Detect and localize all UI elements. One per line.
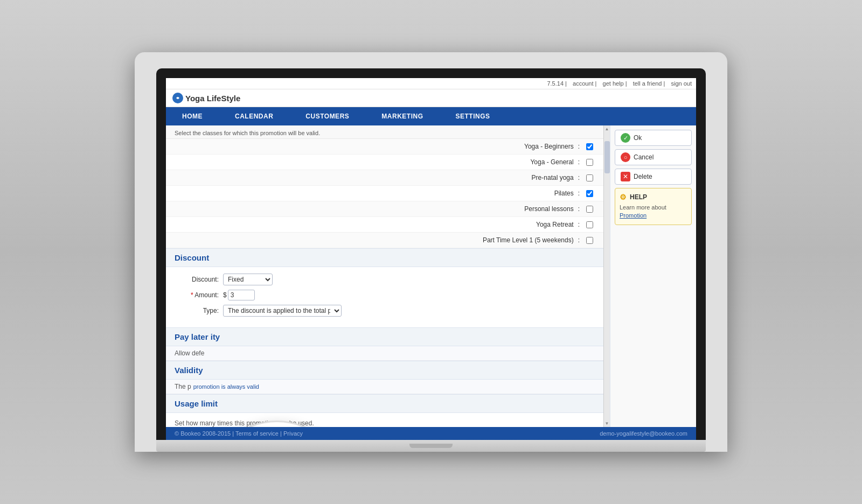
logo-yoga: Yoga: [185, 94, 207, 103]
cancel-icon: ○: [621, 152, 630, 162]
class-checkbox-parttime[interactable]: [584, 235, 595, 246]
type-row: Type: The discount is applied to the tot…: [175, 305, 595, 317]
version-label: 7.5.14: [547, 80, 564, 87]
class-label-prenatal: Pre-natal yoga: [175, 174, 578, 181]
class-row-yoga-beginners: Yoga - Beginners :: [166, 139, 603, 155]
class-row-prenatal: Pre-natal yoga :: [166, 170, 603, 186]
class-label-personal: Personal lessons: [175, 205, 578, 213]
paylater-section-header: Pay later ity: [166, 327, 603, 346]
laptop-notch: [409, 444, 453, 448]
ok-button[interactable]: ✓ Ok: [615, 130, 692, 146]
cancel-label: Cancel: [634, 153, 654, 161]
ok-label: Ok: [634, 134, 642, 142]
amount-label: Amount:: [175, 291, 223, 299]
paylater-row: Allow defe: [166, 346, 603, 361]
logo: Yoga LifeStyle: [172, 93, 240, 103]
main-nav: HOME CALENDAR CUSTOMERS MARKETING SETTIN…: [166, 107, 696, 125]
signout-link[interactable]: sign out: [671, 80, 692, 87]
nav-marketing[interactable]: MARKETING: [365, 107, 439, 125]
usage-section-header: Usage limit: [166, 394, 603, 413]
ok-icon: ✓: [621, 133, 630, 143]
class-checkbox-pilates[interactable]: [584, 188, 595, 199]
sidebar: ✓ Ok ○ Cancel ✕ Delete ⚙ HELP: [610, 125, 696, 427]
type-label: Type:: [175, 307, 223, 314]
discount-label: Discount:: [175, 276, 223, 283]
help-body-text: Learn more about Promotion: [620, 204, 687, 220]
currency-symbol: $: [223, 291, 227, 299]
footer-copyright: © Bookeo 2008-2015 | Terms of service | …: [175, 430, 303, 437]
discount-select[interactable]: Fixed Percentage: [223, 274, 273, 285]
discount-form: Discount: Fixed Percentage Amount: $: [166, 267, 603, 327]
validity-row: The p promotion is always valid: [166, 380, 603, 394]
nav-home[interactable]: HOME: [166, 107, 219, 125]
class-label-parttime: Part Time Level 1 (5 weekends): [175, 236, 578, 244]
logo-lifestyle: LifeStyle: [207, 94, 241, 103]
delete-label: Delete: [634, 173, 652, 180]
content-scroll[interactable]: Select the classes for which this promot…: [166, 125, 603, 427]
amount-input-group: $: [223, 290, 255, 300]
class-checkbox-personal[interactable]: [584, 204, 595, 214]
logo-text: Yoga LifeStyle: [185, 94, 240, 103]
topbar-separator: |: [565, 80, 568, 87]
class-label-yoga-general: Yoga - General: [175, 158, 578, 166]
scroll-thumb[interactable]: [604, 141, 610, 173]
help-gear-icon: ⚙: [620, 193, 627, 201]
tellfriend-link[interactable]: tell a friend: [633, 80, 662, 87]
validity-section-header: Validity: [166, 361, 603, 380]
class-row-parttime: Part Time Level 1 (5 weekends) :: [166, 233, 603, 248]
help-body-label: Learn more about: [620, 204, 666, 211]
class-checkbox-yoga-retreat[interactable]: [584, 219, 595, 230]
discount-section-header: Discount: [166, 248, 603, 267]
help-box: ⚙ HELP Learn more about Promotion: [615, 188, 692, 225]
footer: © Bookeo 2008-2015 | Terms of service | …: [166, 427, 696, 440]
top-bar: 7.5.14 | account | get help | tell a fri…: [166, 78, 696, 89]
app-header: Yoga LifeStyle: [166, 89, 696, 107]
class-row-yoga-retreat: Yoga Retreat :: [166, 217, 603, 233]
account-link[interactable]: account: [573, 80, 594, 87]
scrollbar-track[interactable]: ▲ ▼: [603, 125, 610, 427]
amount-row: Amount: $: [175, 290, 595, 300]
help-title-text: HELP: [630, 193, 647, 201]
class-label-pilates: Pilates: [175, 190, 578, 197]
paylater-text: Allow defe: [175, 349, 204, 357]
nav-calendar[interactable]: CALENDAR: [219, 107, 289, 125]
class-checkbox-yoga-beginners[interactable]: [584, 141, 595, 152]
discount-row: Discount: Fixed Percentage: [175, 274, 595, 285]
main-layout: Select the classes for which this promot…: [166, 125, 696, 427]
class-checkbox-yoga-general[interactable]: [584, 157, 595, 167]
logo-icon: [172, 93, 183, 103]
scroll-down-arrow[interactable]: ▼: [604, 420, 610, 427]
class-row-pilates: Pilates :: [166, 186, 603, 201]
footer-email: demo-yogalifestyle@bookeo.com: [600, 430, 687, 437]
class-row-yoga-general: Yoga - General :: [166, 155, 603, 170]
scroll-up-arrow[interactable]: ▲: [604, 125, 610, 132]
validity-text: The p: [175, 383, 191, 390]
nav-settings[interactable]: SETTINGS: [439, 107, 506, 125]
classes-header: Select the classes for which this promot…: [166, 125, 603, 139]
gethelp-link[interactable]: get help: [603, 80, 624, 87]
delete-icon: ✕: [621, 172, 630, 181]
cancel-button[interactable]: ○ Cancel: [615, 149, 692, 165]
class-label-yoga-retreat: Yoga Retreat: [175, 221, 578, 228]
class-checkbox-prenatal[interactable]: [584, 172, 595, 183]
discount-type-select[interactable]: The discount is applied to the total pri…: [223, 305, 342, 317]
delete-button[interactable]: ✕ Delete: [615, 169, 692, 185]
class-label-yoga-beginners: Yoga - Beginners: [175, 143, 578, 150]
nav-customers[interactable]: CUSTOMERS: [289, 107, 365, 125]
validity-tooltip: promotion is always valid: [193, 383, 259, 390]
class-row-personal: Personal lessons :: [166, 201, 603, 217]
help-promotion-link[interactable]: Promotion: [620, 212, 646, 219]
usage-form: Set how many times this promotion can be…: [166, 413, 603, 427]
amount-input[interactable]: [228, 290, 255, 300]
usage-desc: Set how many times this promotion can be…: [175, 419, 595, 427]
help-title-row: ⚙ HELP: [620, 193, 687, 201]
